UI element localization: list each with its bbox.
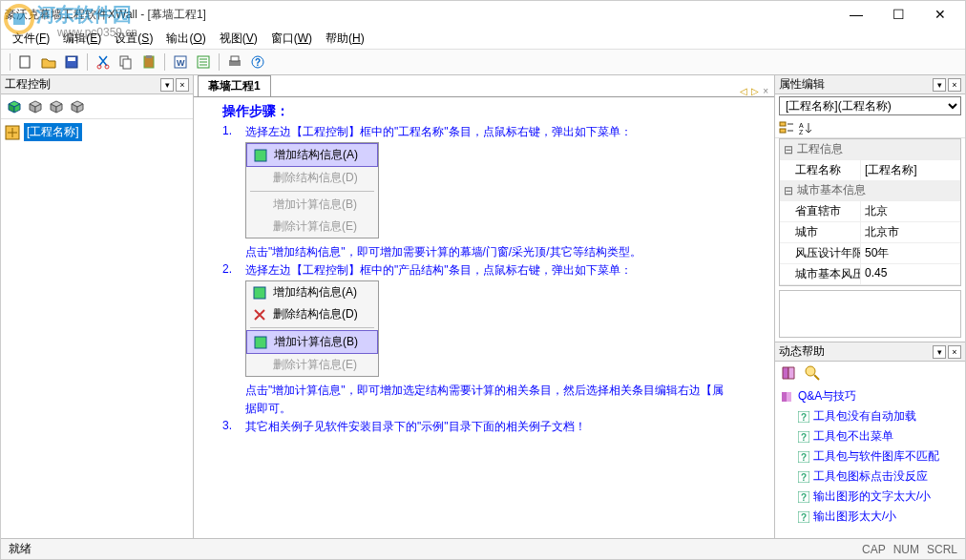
prop-row[interactable]: 城市基本雪压0.4: [780, 284, 960, 286]
print-button[interactable]: [224, 52, 245, 73]
book-icon: [781, 390, 794, 404]
svg-rect-6: [68, 57, 75, 61]
ctx2-del-struct[interactable]: 删除结构信息(D): [246, 303, 378, 325]
props-dropdown-button[interactable]: ▾: [933, 78, 946, 92]
steps-heading: 操作步骤：: [222, 103, 765, 120]
step-2-text: 选择左边【工程控制】框中的"产品结构"条目，点鼠标右键，弹出如下菜单：: [245, 262, 765, 279]
ctx1-add-struct[interactable]: 增加结构信息(A): [246, 143, 378, 167]
help-item[interactable]: ?工具包图标点击没反应: [779, 467, 961, 487]
statusbar: 就绪 CAP NUM SCRL: [1, 538, 965, 559]
menu-settings[interactable]: 设置(S): [109, 29, 158, 49]
tab-prev-button[interactable]: ◁: [740, 86, 747, 96]
svg-rect-22: [254, 287, 265, 299]
svg-point-28: [806, 366, 815, 376]
prop-cat-city[interactable]: ⊟城市基本信息: [780, 180, 960, 200]
new-button[interactable]: [15, 52, 36, 73]
svg-text:?: ?: [801, 492, 807, 503]
filter-2-icon[interactable]: [47, 97, 66, 116]
svg-rect-25: [780, 129, 786, 133]
prop-row[interactable]: 城市基本风压0.45: [780, 263, 960, 284]
cut-button[interactable]: [93, 52, 114, 73]
dynamic-help-panel: 动态帮助 ▾ × Q&A与技巧 ?工具包没有自动加载 ?工具包不出菜单 ?工具包…: [775, 342, 965, 538]
question-icon: ?: [798, 491, 809, 503]
help-book-icon[interactable]: [781, 364, 798, 382]
window-title: 豪沃克幕墙工程软件XWall - [幕墙工程1]: [5, 7, 835, 23]
calc-button[interactable]: [193, 52, 214, 73]
svg-rect-21: [255, 150, 266, 161]
properties-title: 属性编辑: [779, 76, 825, 93]
open-button[interactable]: [38, 52, 59, 73]
svg-text:?: ?: [255, 57, 261, 68]
panel-dropdown-button[interactable]: ▾: [160, 78, 174, 92]
sort-button[interactable]: AZ: [798, 120, 813, 135]
svg-text:?: ?: [801, 432, 807, 443]
help-item[interactable]: ?输出图形太大/小: [779, 507, 961, 527]
filter-3-icon[interactable]: [68, 97, 87, 116]
question-icon: ?: [798, 471, 809, 483]
close-button[interactable]: ✕: [919, 2, 961, 27]
menu-view[interactable]: 视图(V): [214, 29, 263, 49]
help-item[interactable]: ?工具包与软件图库不匹配: [779, 446, 961, 467]
context-menu-2: 增加结构信息(A) 删除结构信息(D) 增加计算信息(B) 删除计算信息(E): [245, 280, 379, 377]
help-button[interactable]: ?: [247, 52, 268, 73]
ctx2-del-calc: 删除计算信息(E): [246, 354, 378, 376]
maximize-button[interactable]: ☐: [877, 2, 919, 27]
ctx2-add-calc[interactable]: 增加计算信息(B): [246, 330, 378, 354]
line-2: 点击"增加结构信息"，即可增加需要计算的幕墙/门窗/采光顶/其它等结构类型。: [245, 244, 765, 260]
tab-next-button[interactable]: ▷: [751, 86, 759, 96]
properties-panel: 属性编辑 ▾ × [工程名称](工程名称) AZ ⊟工程信息 工程名称[工程名称…: [775, 75, 965, 342]
prop-row[interactable]: 省直辖市北京: [780, 200, 960, 221]
panel-close-button[interactable]: ×: [176, 78, 189, 92]
line-3b: 据即可。: [245, 401, 765, 417]
props-close-button[interactable]: ×: [948, 78, 961, 92]
filter-all-icon[interactable]: [5, 97, 24, 116]
menubar: 文件(F) 编辑(E) 设置(S) 输出(O) 视图(V) 窗口(W) 帮助(H…: [1, 28, 965, 49]
menu-file[interactable]: 文件(F): [7, 29, 55, 49]
ctx2-add-struct[interactable]: 增加结构信息(A): [246, 281, 378, 303]
categorize-button[interactable]: [779, 120, 794, 135]
document-tab[interactable]: 幕墙工程1: [198, 75, 271, 96]
save-button[interactable]: [61, 52, 82, 73]
word-export-button[interactable]: W: [170, 52, 191, 73]
help-item[interactable]: ?工具包不出菜单: [779, 426, 961, 446]
copy-button[interactable]: [116, 52, 136, 73]
prop-cat-project[interactable]: ⊟工程信息: [780, 139, 960, 159]
svg-rect-17: [231, 56, 239, 61]
question-icon: ?: [798, 511, 809, 523]
menu-output[interactable]: 输出(O): [160, 29, 211, 49]
menu-window[interactable]: 窗口(W): [265, 29, 318, 49]
svg-rect-10: [123, 59, 131, 69]
tab-close-button[interactable]: ×: [763, 86, 768, 96]
prop-row[interactable]: 城市北京市: [780, 221, 960, 242]
help-item[interactable]: ?输出图形的文字太大/小: [779, 487, 961, 507]
status-cap: CAP: [862, 543, 886, 556]
titlebar: 豪沃克幕墙工程软件XWall - [幕墙工程1] — ☐ ✕: [1, 1, 965, 28]
step-1-text: 选择左边【工程控制】框中的"工程名称"条目，点鼠标右键，弹出如下菜单：: [245, 124, 765, 140]
svg-text:?: ?: [801, 452, 807, 463]
object-selector[interactable]: [工程名称](工程名称): [779, 96, 961, 115]
help-dropdown-button[interactable]: ▾: [933, 345, 946, 359]
tree-root-item[interactable]: [工程名称]: [5, 123, 189, 141]
help-close-button[interactable]: ×: [948, 345, 961, 359]
question-icon: ?: [798, 411, 809, 423]
prop-row[interactable]: 风压设计年限50年: [780, 242, 960, 263]
svg-text:W: W: [177, 58, 185, 68]
svg-text:?: ?: [801, 412, 807, 423]
minimize-button[interactable]: —: [835, 2, 877, 27]
help-category[interactable]: Q&A与技巧: [779, 386, 961, 406]
help-search-icon[interactable]: [804, 364, 821, 382]
status-scrl: SCRL: [927, 543, 957, 556]
paste-button[interactable]: [138, 52, 159, 73]
svg-rect-12: [146, 55, 152, 58]
status-num: NUM: [893, 543, 919, 556]
menu-help[interactable]: 帮助(H): [320, 29, 370, 49]
menu-edit[interactable]: 编辑(E): [57, 29, 107, 49]
filter-1-icon[interactable]: [26, 97, 45, 116]
help-item[interactable]: ?工具包没有自动加载: [779, 406, 961, 426]
svg-text:?: ?: [801, 512, 807, 523]
toolbar: W ?: [1, 49, 965, 75]
svg-rect-24: [780, 122, 786, 126]
prop-row[interactable]: 工程名称[工程名称]: [780, 159, 960, 180]
context-menu-1: 增加结构信息(A) 删除结构信息(D) 增加计算信息(B) 删除计算信息(E): [245, 142, 379, 239]
svg-text:?: ?: [801, 472, 807, 483]
